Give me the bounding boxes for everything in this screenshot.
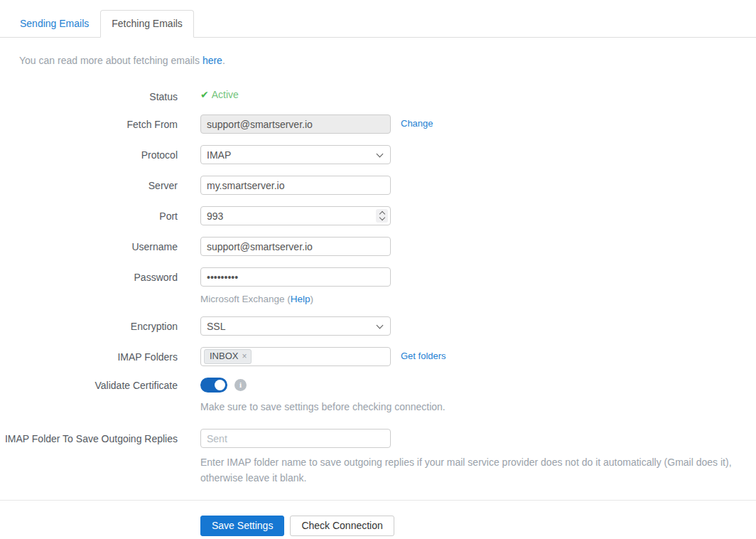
- settings-tabbar: Sending Emails Fetching Emails: [0, 10, 756, 38]
- outgoing-replies-input[interactable]: [200, 429, 391, 448]
- server-input[interactable]: [200, 176, 391, 195]
- imap-folders-label: IMAP Folders: [0, 347, 178, 366]
- footer-buttons: Save Settings Check Connection: [200, 516, 756, 536]
- fetch-from-label: Fetch From: [0, 114, 178, 134]
- encryption-row: Encryption SSL: [0, 316, 756, 336]
- save-settings-button[interactable]: Save Settings: [200, 516, 284, 536]
- username-label: Username: [0, 237, 178, 256]
- help-link[interactable]: Help: [291, 294, 310, 304]
- save-before-check-note: Make sure to save settings before checki…: [200, 399, 446, 415]
- exchange-hint-before: Microsoft Exchange (: [200, 294, 291, 304]
- chevron-down-icon: [377, 150, 384, 157]
- folder-chip: INBOX ×: [204, 349, 252, 364]
- number-stepper[interactable]: [376, 209, 388, 223]
- protocol-select[interactable]: IMAP: [200, 145, 391, 164]
- port-row: Port: [0, 206, 756, 225]
- intro-text: You can read more about fetching emails …: [19, 55, 756, 67]
- fetch-from-row: Fetch From Change: [0, 114, 756, 134]
- imap-folders-input[interactable]: INBOX ×: [200, 347, 391, 366]
- server-row: Server: [0, 176, 756, 195]
- username-row: Username: [0, 237, 756, 256]
- password-input[interactable]: [200, 267, 391, 287]
- toggle-knob: [215, 380, 225, 390]
- outgoing-replies-help: Enter IMAP folder name to save outgoing …: [200, 454, 752, 486]
- password-row: Password Microsoft Exchange (Help): [0, 267, 756, 305]
- folder-chip-label: INBOX: [210, 351, 238, 362]
- intro-text-before: You can read more about fetching emails: [19, 55, 202, 66]
- imap-folders-row: IMAP Folders INBOX × Get folders: [0, 347, 756, 366]
- validate-certificate-label: Validate Certificate: [0, 378, 178, 415]
- remove-chip-icon[interactable]: ×: [242, 351, 247, 362]
- status-text: Active: [212, 89, 239, 100]
- check-icon: ✔: [200, 89, 209, 100]
- exchange-hint: Microsoft Exchange (Help): [200, 293, 391, 305]
- port-input[interactable]: [200, 206, 391, 225]
- outgoing-replies-row: IMAP Folder To Save Outgoing Replies Ent…: [0, 429, 756, 486]
- encryption-selected-value: SSL: [207, 321, 225, 332]
- get-folders-link[interactable]: Get folders: [401, 351, 446, 361]
- validate-certificate-row: Validate Certificate i Make sure to save…: [0, 378, 756, 415]
- status-row: Status ✔Active: [0, 87, 756, 103]
- status-value: ✔Active: [200, 87, 239, 103]
- intro-text-after: .: [222, 55, 225, 66]
- fetch-from-input: [200, 114, 391, 134]
- protocol-selected-value: IMAP: [207, 149, 231, 161]
- password-label: Password: [0, 267, 178, 305]
- stepper-down-icon[interactable]: [379, 215, 384, 220]
- username-input[interactable]: [200, 237, 391, 256]
- encryption-select[interactable]: SSL: [200, 316, 391, 336]
- chevron-down-icon: [377, 321, 384, 329]
- protocol-label: Protocol: [0, 145, 178, 164]
- fetching-emails-form: Status ✔Active Fetch From Change Protoco…: [0, 87, 756, 486]
- status-label: Status: [0, 87, 178, 103]
- server-label: Server: [0, 176, 178, 195]
- exchange-hint-after: ): [310, 294, 314, 304]
- change-link[interactable]: Change: [401, 118, 433, 129]
- read-more-link[interactable]: here: [202, 55, 222, 66]
- encryption-label: Encryption: [0, 316, 178, 336]
- validate-certificate-toggle[interactable]: [200, 378, 227, 393]
- footer-divider: [0, 500, 756, 501]
- outgoing-replies-label: IMAP Folder To Save Outgoing Replies: [0, 429, 178, 486]
- protocol-row: Protocol IMAP: [0, 145, 756, 164]
- port-label: Port: [0, 206, 178, 225]
- tab-fetching-emails[interactable]: Fetching Emails: [100, 10, 194, 38]
- tab-sending-emails[interactable]: Sending Emails: [9, 10, 100, 38]
- check-connection-button[interactable]: Check Connection: [290, 516, 394, 536]
- info-icon: i: [234, 379, 247, 391]
